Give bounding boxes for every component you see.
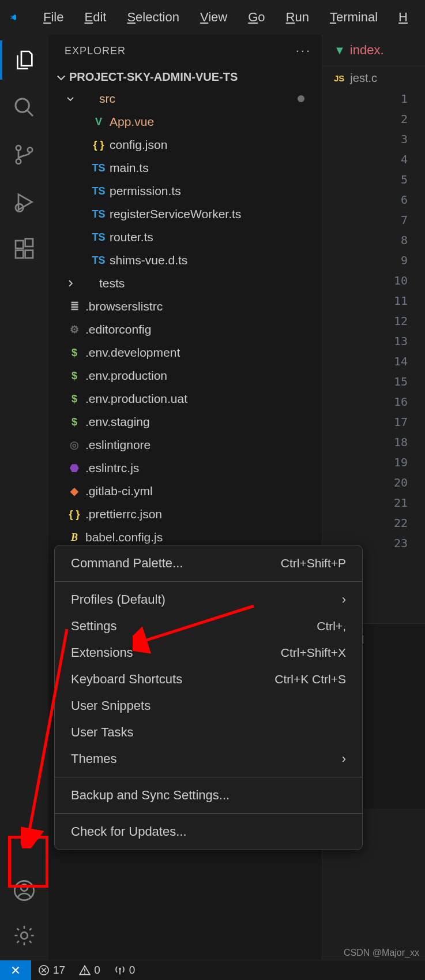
tree-item-router-ts[interactable]: TSrouter.ts — [48, 226, 322, 249]
tree-item-registerserviceworker-ts[interactable]: TSregisterServiceWorker.ts — [48, 203, 322, 226]
tree-item--prettierrc-json[interactable]: { }.prettierrc.json — [48, 503, 322, 526]
error-icon — [38, 964, 50, 976]
vue-icon: ▼ — [334, 44, 345, 57]
tree-item-tests[interactable]: tests — [48, 272, 322, 295]
warning-icon — [79, 964, 91, 976]
file-icon: { } — [88, 139, 110, 151]
activity-explorer[interactable] — [10, 46, 38, 74]
activity-extensions[interactable] — [10, 235, 38, 263]
project-header[interactable]: PROJECT-SKY-ADMIN-VUE-TS — [48, 67, 322, 87]
tree-item--browserslistrc[interactable]: ≣.browserslistrc — [48, 295, 322, 318]
status-ports[interactable]: 0 — [107, 964, 142, 977]
menu-selection[interactable]: Selection — [116, 6, 190, 28]
status-warnings[interactable]: 0 — [72, 964, 107, 977]
status-errors[interactable]: 17 — [31, 964, 72, 977]
gear-icon — [13, 924, 36, 947]
explorer-more-icon[interactable]: ··· — [296, 43, 311, 58]
line-number: 10 — [322, 274, 425, 294]
menu-separator — [55, 813, 362, 814]
menu-item-keyboard-shortcuts[interactable]: Keyboard ShortcutsCtrl+K Ctrl+S — [55, 666, 362, 693]
menu-item-themes[interactable]: Themes› — [55, 746, 362, 772]
svg-point-11 — [21, 884, 28, 891]
menu-item-command-palette[interactable]: Command Palette...Ctrl+Shift+P — [55, 550, 362, 577]
file-icon: TS — [88, 162, 110, 174]
line-number: 4 — [322, 152, 425, 173]
line-number: 2 — [322, 112, 425, 132]
svg-point-12 — [21, 932, 28, 939]
status-bar: 17 0 0 — [0, 960, 425, 980]
file-icon: $ — [63, 370, 85, 382]
tree-item--env-production[interactable]: $.env.production — [48, 364, 322, 387]
line-number: 21 — [322, 496, 425, 516]
svg-line-1 — [27, 110, 33, 116]
account-icon — [13, 879, 36, 902]
chevron-right-icon: › — [342, 592, 346, 607]
editor-tab-index[interactable]: ▼ index. — [334, 43, 384, 58]
line-number: 14 — [322, 354, 425, 375]
line-number: 19 — [322, 455, 425, 476]
menu-terminal[interactable]: Terminal — [319, 6, 388, 28]
line-number: 18 — [322, 435, 425, 455]
tree-item--gitlab-ci-yml[interactable]: ◆.gitlab-ci.yml — [48, 480, 322, 503]
menu-edit[interactable]: Edit — [74, 6, 116, 28]
file-icon: ◎ — [63, 439, 85, 451]
svg-point-3 — [16, 159, 21, 164]
svg-rect-6 — [16, 241, 23, 248]
file-icon: TS — [88, 185, 110, 197]
activity-accounts[interactable] — [10, 877, 38, 904]
tree-item-main-ts[interactable]: TSmain.ts — [48, 156, 322, 179]
menu-item-settings[interactable]: SettingsCtrl+, — [55, 613, 362, 639]
tree-item-config-json[interactable]: { }config.json — [48, 133, 322, 156]
menu-view[interactable]: View — [190, 6, 238, 28]
file-icon: ⚙ — [63, 323, 85, 336]
tree-item--env-staging[interactable]: $.env.staging — [48, 410, 322, 433]
remote-button[interactable] — [0, 960, 31, 981]
breadcrumb[interactable]: JS jest.c — [322, 66, 425, 89]
activity-source-control[interactable] — [10, 141, 38, 169]
line-number: 9 — [322, 253, 425, 274]
radio-tower-icon — [114, 964, 126, 976]
menu-file[interactable]: File — [33, 6, 74, 28]
tree-item--env-production-uat[interactable]: $.env.production.uat — [48, 387, 322, 410]
svg-rect-7 — [16, 250, 23, 258]
search-icon — [13, 96, 36, 119]
menu-h[interactable]: H — [388, 6, 418, 28]
tree-item--eslintignore[interactable]: ◎.eslintignore — [48, 433, 322, 457]
remote-icon — [9, 964, 22, 977]
menu-item-profiles-default[interactable]: Profiles (Default)› — [55, 586, 362, 613]
menu-run[interactable]: Run — [276, 6, 319, 28]
svg-point-2 — [16, 145, 21, 150]
file-icon: $ — [63, 393, 85, 405]
menu-item-check-for-updates[interactable]: Check for Updates... — [55, 818, 362, 845]
files-icon — [13, 48, 36, 72]
activity-settings-gear[interactable] — [10, 922, 38, 949]
svg-rect-8 — [25, 250, 33, 258]
tree-item-shims-vue-d-ts[interactable]: TSshims-vue.d.ts — [48, 249, 322, 272]
line-number: 15 — [322, 375, 425, 395]
line-number: 20 — [322, 476, 425, 496]
menu-item-backup-and-sync-settings[interactable]: Backup and Sync Settings... — [55, 782, 362, 809]
tree-item-app-vue[interactable]: VApp.vue — [48, 110, 322, 133]
activity-search[interactable] — [10, 93, 38, 121]
tree-item-permission-ts[interactable]: TSpermission.ts — [48, 179, 322, 203]
menu-item-user-tasks[interactable]: User Tasks — [55, 719, 362, 746]
debug-icon — [13, 190, 36, 214]
file-icon: ◆ — [63, 485, 85, 498]
svg-point-4 — [28, 148, 32, 152]
tree-item--editorconfig[interactable]: ⚙.editorconfig — [48, 318, 322, 341]
menubar: FileEditSelectionViewGoRunTerminalH — [0, 0, 425, 35]
file-icon: ⬣ — [63, 462, 85, 474]
menu-separator — [55, 581, 362, 582]
menu-item-extensions[interactable]: ExtensionsCtrl+Shift+X — [55, 639, 362, 666]
file-icon: TS — [88, 208, 110, 220]
line-number: 16 — [322, 395, 425, 415]
menu-item-user-snippets[interactable]: User Snippets — [55, 693, 362, 719]
watermark: CSDN @Major_xx — [344, 948, 419, 958]
tree-item--eslintrc-js[interactable]: ⬣.eslintrc.js — [48, 457, 322, 480]
line-number: 17 — [322, 415, 425, 435]
menu-go[interactable]: Go — [238, 6, 275, 28]
tree-item--env-development[interactable]: $.env.development — [48, 341, 322, 364]
activity-run-debug[interactable] — [10, 188, 38, 216]
svg-point-15 — [84, 972, 85, 974]
tree-item-src[interactable]: src — [48, 87, 322, 110]
